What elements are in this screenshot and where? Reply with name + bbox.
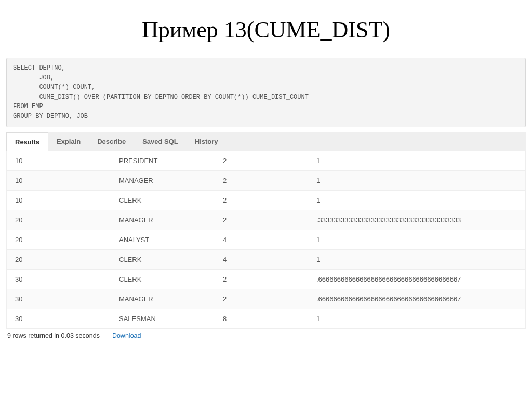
cell-job: MANAGER (111, 289, 215, 309)
cell-job: CLERK (111, 191, 215, 210)
cell-count: 2 (215, 210, 308, 230)
sql-code-panel: SELECT DEPTNO, JOB, COUNT(*) COUNT, CUME… (6, 58, 526, 127)
cell-count: 2 (215, 171, 308, 190)
status-bar: 9 rows returned in 0.03 seconds Download (6, 331, 526, 340)
table-row: 30 SALESMAN 8 1 (7, 309, 525, 329)
cell-deptno: 30 (7, 309, 111, 328)
tab-explain[interactable]: Explain (48, 132, 89, 151)
cell-deptno: 30 (7, 289, 111, 309)
download-link[interactable]: Download (112, 332, 141, 339)
table-row: 10 CLERK 2 1 (7, 191, 525, 210)
results-table: 10 PRESIDENT 2 1 10 MANAGER 2 1 10 CLERK… (6, 151, 526, 329)
cell-deptno: 20 (7, 250, 111, 269)
cell-job: ANALYST (111, 230, 215, 249)
cell-count: 4 (215, 230, 308, 249)
cell-job: PRESIDENT (111, 151, 215, 170)
tab-results[interactable]: Results (6, 132, 48, 151)
cell-job: MANAGER (111, 210, 215, 230)
table-row: 20 MANAGER 2 .33333333333333333333333333… (7, 210, 525, 230)
cell-deptno: 20 (7, 230, 111, 249)
cell-cume: .33333333333333333333333333333333333333 (308, 210, 525, 230)
table-row: 20 CLERK 4 1 (7, 250, 525, 270)
cell-cume: 1 (308, 250, 525, 269)
cell-deptno: 20 (7, 210, 111, 230)
cell-job: MANAGER (111, 171, 215, 190)
table-row: 20 ANALYST 4 1 (7, 230, 525, 250)
status-summary: 9 rows returned in 0.03 seconds (7, 332, 100, 339)
cell-count: 2 (215, 270, 308, 289)
result-tabs: Results Explain Describe Saved SQL Histo… (6, 132, 526, 151)
cell-count: 4 (215, 250, 308, 269)
cell-cume: .66666666666666666666666666666666666667 (308, 270, 525, 289)
table-row: 10 PRESIDENT 2 1 (7, 151, 525, 171)
cell-cume: .66666666666666666666666666666666666667 (308, 289, 525, 309)
table-row: 10 MANAGER 2 1 (7, 171, 525, 191)
cell-job: CLERK (111, 250, 215, 269)
cell-count: 2 (215, 289, 308, 309)
cell-cume: 1 (308, 230, 525, 249)
cell-cume: 1 (308, 171, 525, 190)
cell-deptno: 10 (7, 171, 111, 190)
table-row: 30 CLERK 2 .6666666666666666666666666666… (7, 270, 525, 289)
page-title: Пример 13(CUME_DIST) (0, 0, 532, 58)
table-row: 30 MANAGER 2 .66666666666666666666666666… (7, 289, 525, 309)
tab-saved-sql[interactable]: Saved SQL (134, 132, 187, 151)
tab-history[interactable]: History (187, 132, 227, 151)
cell-job: SALESMAN (111, 309, 215, 328)
cell-count: 2 (215, 151, 308, 170)
tab-describe[interactable]: Describe (89, 132, 134, 151)
cell-count: 8 (215, 309, 308, 328)
cell-deptno: 10 (7, 151, 111, 170)
cell-deptno: 10 (7, 191, 111, 210)
cell-cume: 1 (308, 309, 525, 328)
cell-cume: 1 (308, 191, 525, 210)
cell-deptno: 30 (7, 270, 111, 289)
cell-cume: 1 (308, 151, 525, 170)
cell-count: 2 (215, 191, 308, 210)
cell-job: CLERK (111, 270, 215, 289)
sql-code: SELECT DEPTNO, JOB, COUNT(*) COUNT, CUME… (13, 63, 519, 122)
